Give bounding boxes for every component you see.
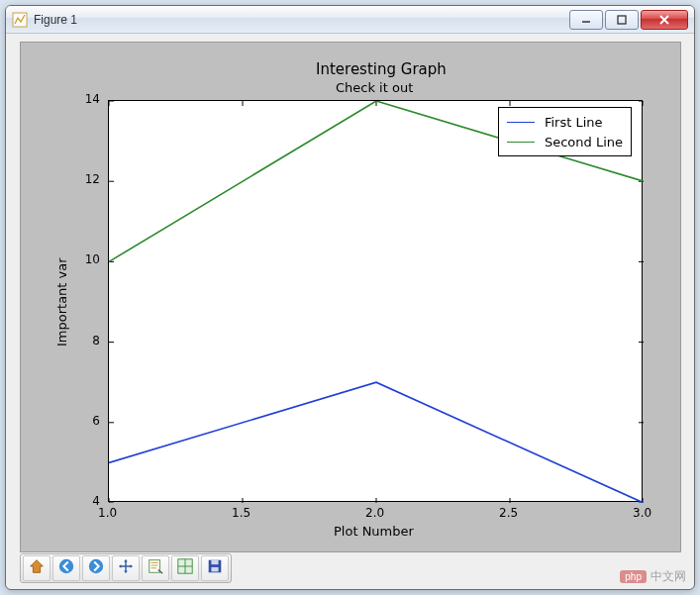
plot-axes[interactable]: First LineSecond Line bbox=[108, 100, 643, 502]
chart-title: Interesting Graph bbox=[316, 60, 447, 78]
y-tick-label: 14 bbox=[85, 92, 100, 106]
figure-canvas: Interesting Graph Check it out First Lin… bbox=[20, 42, 681, 552]
toolbar-back-button[interactable] bbox=[52, 555, 80, 581]
legend-entry: Second Line bbox=[507, 132, 623, 151]
minimize-button[interactable] bbox=[569, 10, 603, 30]
pan-icon bbox=[117, 557, 135, 579]
legend-swatch bbox=[507, 142, 535, 143]
x-tick-label: 3.0 bbox=[633, 506, 651, 520]
subplots-icon bbox=[176, 557, 194, 579]
toolbar-forward-button[interactable] bbox=[82, 555, 110, 581]
figure-window: Figure 1 Interesting Graph Check it out … bbox=[5, 5, 695, 590]
maximize-button[interactable] bbox=[605, 10, 639, 30]
x-tick-label: 2.0 bbox=[365, 506, 384, 520]
toolbar-zoom-button[interactable] bbox=[142, 555, 169, 581]
watermark-badge: php bbox=[620, 570, 647, 583]
watermark-text: 中文网 bbox=[650, 568, 686, 585]
legend-swatch bbox=[507, 122, 535, 123]
legend-label: Second Line bbox=[545, 135, 623, 149]
close-button[interactable] bbox=[641, 10, 688, 30]
svg-rect-36 bbox=[211, 560, 218, 565]
home-icon bbox=[28, 557, 46, 579]
forward-icon bbox=[87, 557, 105, 579]
zoom-icon bbox=[147, 557, 164, 579]
y-tick-label: 8 bbox=[92, 334, 100, 347]
svg-rect-37 bbox=[211, 567, 218, 572]
titlebar[interactable]: Figure 1 bbox=[6, 6, 694, 34]
y-axis-label: Important var bbox=[54, 257, 69, 347]
save-icon bbox=[206, 557, 224, 579]
y-tick-label: 12 bbox=[85, 172, 100, 186]
chart-subtitle: Check it out bbox=[336, 80, 413, 95]
legend-entry: First Line bbox=[507, 112, 623, 132]
legend-label: First Line bbox=[545, 115, 603, 130]
svg-rect-2 bbox=[618, 16, 626, 24]
app-icon bbox=[12, 12, 28, 28]
x-tick-label: 1.0 bbox=[98, 506, 117, 520]
y-tick-label: 10 bbox=[85, 252, 100, 266]
legend[interactable]: First LineSecond Line bbox=[498, 107, 632, 156]
toolbar-home-button[interactable] bbox=[23, 555, 50, 581]
svg-point-27 bbox=[59, 559, 73, 573]
x-tick-label: 1.5 bbox=[232, 506, 250, 520]
svg-point-28 bbox=[89, 559, 103, 573]
toolbar-save-button[interactable] bbox=[201, 555, 229, 581]
x-axis-label: Plot Number bbox=[334, 524, 414, 539]
toolbar-subplots-button[interactable] bbox=[171, 555, 199, 581]
window-title: Figure 1 bbox=[34, 13, 567, 27]
y-tick-label: 4 bbox=[92, 494, 100, 508]
watermark: php 中文网 bbox=[620, 568, 686, 585]
y-tick-label: 6 bbox=[92, 414, 100, 428]
back-icon bbox=[57, 557, 75, 579]
x-tick-label: 2.5 bbox=[499, 506, 518, 520]
nav-toolbar bbox=[20, 553, 232, 583]
toolbar-pan-button[interactable] bbox=[112, 555, 140, 581]
